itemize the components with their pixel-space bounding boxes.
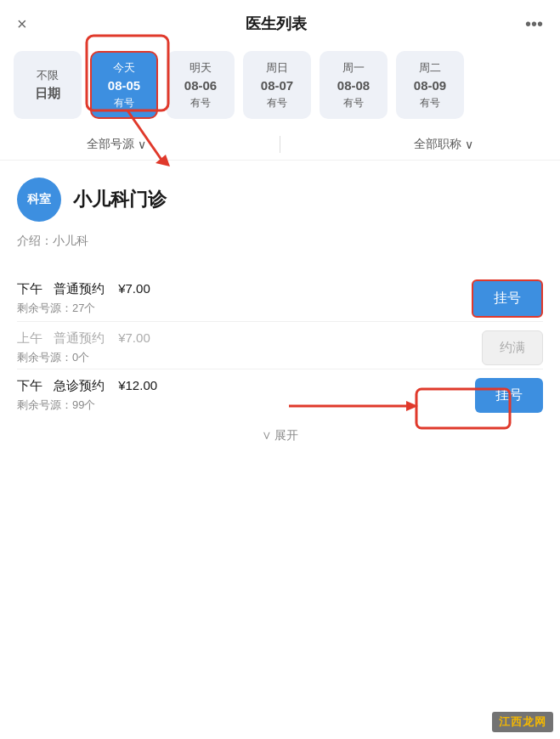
appt-row-1: 下午 普通预约 ¥7.00 剩余号源：27个 挂号 (17, 271, 543, 321)
appt-info-2: 上午 普通预约 ¥7.00 剩余号源：0个 (17, 330, 150, 365)
date-line1: 周日 (266, 59, 288, 76)
register-button-3[interactable]: 挂号 (475, 378, 543, 413)
date-item-monday[interactable]: 周一 08-08 有号 (320, 51, 387, 119)
date-item-today[interactable]: 今天 08-05 有号 (90, 51, 158, 119)
appt-main-1: 下午 普通预约 ¥7.00 (17, 281, 150, 297)
appt-row-2: 上午 普通预约 ¥7.00 剩余号源：0个 约满 (17, 321, 543, 369)
date-line1: 周一 (342, 59, 365, 76)
more-icon[interactable]: ••• (525, 14, 543, 34)
appt-price-1: ¥7.00 (118, 281, 150, 296)
appt-main-3: 下午 急诊预约 ¥12.00 (17, 378, 157, 394)
filter-title-chevron: ∨ (465, 138, 473, 151)
remaining-label-3: 剩余号源： (17, 398, 72, 411)
filter-source-label: 全部号源 (87, 137, 134, 152)
close-icon[interactable]: × (17, 14, 27, 34)
full-button-2: 约满 (482, 330, 543, 365)
remaining-count-3: 99个 (72, 398, 95, 411)
remaining-count-1: 27个 (72, 302, 95, 314)
department-section: 科室 小儿科门诊 介绍：小儿科 (0, 161, 560, 271)
date-item-sunday[interactable]: 周日 08-07 有号 (243, 51, 311, 119)
filter-source-chevron: ∨ (138, 138, 146, 151)
filter-source[interactable]: 全部号源 ∨ (87, 136, 146, 153)
appt-period-2: 上午 (17, 330, 42, 345)
appt-info-3: 下午 急诊预约 ¥12.00 剩余号源：99个 (17, 378, 157, 413)
date-line2: 08-09 (414, 76, 446, 96)
dept-header: 科室 小儿科门诊 (17, 178, 543, 222)
appt-period-1: 下午 (17, 281, 42, 296)
date-item-no-limit[interactable]: 不限 日期 (14, 51, 82, 119)
date-line1: 不限 (37, 67, 59, 84)
appt-type-3: 急诊预约 (54, 378, 105, 392)
date-line3: 有号 (190, 95, 211, 110)
date-line2: 08-07 (261, 76, 293, 96)
appt-price-3: ¥12.00 (118, 378, 157, 392)
date-line3: 有号 (267, 95, 287, 110)
register-button-1[interactable]: 挂号 (472, 279, 543, 318)
appt-type-2: 普通预约 (54, 330, 105, 345)
date-line2: 日期 (35, 84, 60, 104)
remaining-count-2: 0个 (72, 351, 89, 364)
appt-info-1: 下午 普通预约 ¥7.00 剩余号源：27个 (17, 281, 150, 316)
appt-row-3: 下午 急诊预约 ¥12.00 剩余号源：99个 挂号 (17, 369, 543, 416)
date-line1: 明天 (189, 59, 212, 76)
date-selector: 不限 日期 今天 08-05 有号 明天 08-06 有号 周日 08-07 有… (0, 44, 560, 129)
appt-main-2: 上午 普通预约 ¥7.00 (17, 330, 150, 347)
filter-title[interactable]: 全部职称 ∨ (414, 136, 473, 153)
date-line2: 08-05 (108, 76, 140, 96)
filter-row: 全部号源 ∨ 全部职称 ∨ (0, 129, 560, 161)
date-line3: 有号 (420, 95, 440, 110)
date-item-tomorrow[interactable]: 明天 08-06 有号 (167, 51, 235, 119)
dept-name: 小儿科门诊 (73, 187, 167, 212)
filter-divider (280, 136, 280, 153)
watermark: 江西龙网 (492, 712, 553, 732)
remaining-label-1: 剩余号源： (17, 302, 72, 314)
date-line2: 08-08 (337, 76, 370, 96)
date-item-tuesday[interactable]: 周二 08-09 有号 (396, 51, 464, 119)
date-line1: 今天 (113, 59, 135, 76)
appt-sub-1: 剩余号源：27个 (17, 301, 150, 316)
date-line3: 有号 (343, 95, 364, 110)
appt-sub-2: 剩余号源：0个 (17, 350, 150, 365)
appt-period-3: 下午 (17, 378, 42, 392)
appt-type-1: 普通预约 (54, 281, 105, 296)
filter-title-label: 全部职称 (414, 137, 461, 152)
dept-intro: 介绍：小儿科 (17, 234, 543, 249)
date-line1: 周二 (419, 59, 441, 76)
appt-price-2: ¥7.00 (118, 330, 150, 345)
appointment-list: 下午 普通预约 ¥7.00 剩余号源：27个 挂号 上午 普通预约 (0, 271, 560, 416)
intro-label: 介绍： (17, 234, 53, 247)
date-line3: 有号 (114, 95, 134, 110)
appt-sub-3: 剩余号源：99个 (17, 398, 157, 413)
intro-value: 小儿科 (53, 234, 88, 247)
header: × 医生列表 ••• (0, 0, 560, 44)
dept-badge: 科室 (17, 178, 61, 222)
expand-button[interactable]: ∨ 展开 (0, 416, 560, 450)
date-line2: 08-06 (184, 76, 217, 96)
page-title: 医生列表 (246, 14, 307, 34)
remaining-label-2: 剩余号源： (17, 351, 72, 364)
